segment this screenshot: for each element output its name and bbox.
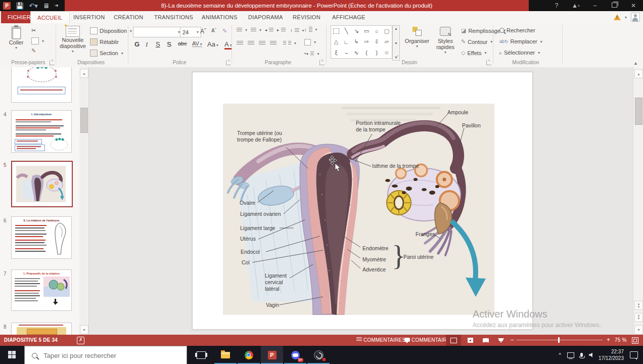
action-center-icon[interactable] bbox=[630, 351, 638, 358]
paragraph-dialog-launcher[interactable] bbox=[319, 60, 325, 65]
slide-area-scrollbar[interactable]: ▲ ▲▲ ▼▼ ▼ bbox=[633, 67, 643, 335]
thumbnail-panel-scrollbar[interactable]: ▲ ▼ bbox=[79, 67, 88, 335]
clock[interactable]: 22:37 17/12/2023 bbox=[599, 348, 624, 361]
justify-button[interactable] bbox=[270, 41, 277, 46]
thumbnail-slide-6[interactable]: II. La nidation de l'embryon bbox=[11, 216, 72, 259]
start-button[interactable] bbox=[0, 346, 22, 364]
thumbnail-scroll-up-button[interactable]: ▲ bbox=[80, 69, 88, 78]
paste-button[interactable]: Coller ▾ bbox=[5, 26, 27, 50]
bold-button[interactable]: G bbox=[134, 40, 140, 48]
slide-sorter-view-button[interactable] bbox=[463, 335, 478, 346]
powerpoint-taskbar-icon[interactable]: P bbox=[261, 346, 283, 364]
shape-effects-button[interactable]: ◇Effets bbox=[461, 50, 486, 56]
align-text-button[interactable] bbox=[304, 39, 316, 46]
font-color-button[interactable]: A bbox=[224, 40, 232, 50]
bullets-button[interactable] bbox=[237, 28, 247, 32]
restore-button[interactable] bbox=[605, 2, 624, 9]
layout-button[interactable]: Disposition bbox=[90, 27, 132, 34]
numbering-button[interactable] bbox=[251, 28, 261, 32]
tab-creation[interactable]: CRÉATION bbox=[107, 11, 150, 23]
decrease-indent-button[interactable]: ◂ bbox=[265, 28, 273, 32]
notes-button[interactable]: COMMENTAIRES bbox=[356, 337, 405, 343]
start-slideshow-icon[interactable]: 🖥 bbox=[43, 3, 50, 9]
thumbnail-slide-3[interactable] bbox=[11, 67, 72, 103]
character-spacing-button[interactable]: AV bbox=[192, 40, 202, 47]
format-painter-button[interactable]: ✎ bbox=[31, 48, 36, 54]
tray-expand-icon[interactable]: ^ bbox=[559, 352, 561, 358]
font-name-combobox[interactable]: ▾ bbox=[133, 27, 182, 37]
tab-transitions[interactable]: TRANSITIONS bbox=[148, 11, 200, 23]
task-view-button[interactable] bbox=[190, 346, 212, 364]
customize-quick-access-icon[interactable]: ▫▾ bbox=[55, 4, 59, 8]
thumbnail-slide-8[interactable] bbox=[11, 323, 72, 335]
clear-formatting-button[interactable]: ✎ bbox=[222, 28, 227, 34]
text-shadow-button[interactable]: S bbox=[167, 40, 171, 48]
zoom-out-button[interactable]: – bbox=[511, 336, 514, 343]
warning-dropdown-icon[interactable]: ▾ bbox=[625, 15, 627, 20]
scroll-up-button[interactable]: ▲ bbox=[634, 69, 643, 78]
discord-icon[interactable]: 9+ bbox=[284, 346, 306, 364]
quick-styles-button[interactable]: Styles rapides ▾ bbox=[433, 27, 458, 55]
arrange-button[interactable]: Organiser ▾ bbox=[403, 27, 431, 49]
close-button[interactable]: ✕ bbox=[624, 2, 643, 9]
normal-view-button[interactable] bbox=[446, 335, 461, 346]
decrease-font-button[interactable]: Aˇ bbox=[211, 28, 216, 33]
help-button[interactable]: ? bbox=[547, 2, 566, 9]
tab-insertion[interactable]: INSERTION bbox=[67, 11, 111, 23]
scroll-down-button[interactable]: ▼ bbox=[634, 325, 643, 334]
tab-revision[interactable]: RÉVISION bbox=[286, 11, 327, 23]
font-dialog-launcher[interactable] bbox=[226, 60, 231, 65]
underline-button[interactable]: S bbox=[156, 40, 160, 48]
chrome-icon[interactable] bbox=[238, 346, 260, 364]
file-explorer-icon[interactable] bbox=[214, 346, 237, 364]
align-right-button[interactable] bbox=[259, 41, 265, 46]
zoom-slider-track[interactable] bbox=[517, 340, 603, 340]
copy-button[interactable] bbox=[31, 37, 44, 44]
drawing-dialog-launcher[interactable] bbox=[486, 60, 491, 65]
save-icon[interactable]: 💾 bbox=[16, 3, 24, 9]
line-spacing-button[interactable]: ↕ bbox=[290, 28, 304, 33]
collapse-ribbon-button[interactable]: ▲ bbox=[633, 61, 638, 66]
section-button[interactable]: Section bbox=[90, 50, 123, 57]
current-slide[interactable]: } Trompe utérine (ou trompe de Fallope) … bbox=[192, 72, 533, 330]
shape-outline-button[interactable]: ✎Contour bbox=[461, 38, 492, 45]
reading-view-button[interactable] bbox=[478, 335, 493, 346]
fit-slide-to-window-button[interactable] bbox=[632, 337, 638, 344]
new-slide-button[interactable]: Nouvelle diapositive ▾ bbox=[59, 26, 87, 54]
text-direction-button[interactable]: ↕ bbox=[304, 27, 317, 32]
thumbnail-slide-4[interactable]: I. Introduction bbox=[11, 110, 72, 153]
tab-accueil[interactable]: ACCUEIL bbox=[30, 11, 70, 24]
zoom-level[interactable]: 75 % bbox=[615, 337, 627, 343]
zoom-in-button[interactable]: + bbox=[607, 336, 610, 343]
shape-fill-button[interactable]: ◪Remplissage bbox=[461, 27, 506, 34]
obs-icon[interactable] bbox=[307, 346, 330, 364]
warning-icon[interactable] bbox=[614, 14, 621, 20]
increase-indent-button[interactable]: ▸ bbox=[277, 28, 286, 32]
italic-button[interactable]: I bbox=[146, 40, 148, 49]
select-button[interactable]: ▹Sélectionner bbox=[499, 50, 540, 56]
thumbnail-slide-7[interactable]: 1. Préparatifs de la nidation bbox=[11, 269, 72, 311]
zoom-slider-thumb[interactable] bbox=[558, 337, 560, 343]
replace-button[interactable]: ab↻Remplacer bbox=[499, 38, 542, 44]
align-center-button[interactable] bbox=[248, 41, 254, 46]
user-account-icon[interactable] bbox=[631, 13, 640, 22]
change-case-button[interactable]: Aa bbox=[207, 40, 218, 48]
shapes-gallery-scroll[interactable]: ▲▼▼̅ bbox=[392, 25, 400, 61]
align-left-button[interactable] bbox=[237, 41, 243, 46]
microphone-icon[interactable] bbox=[580, 353, 583, 357]
spell-check-icon[interactable] bbox=[77, 337, 84, 344]
thumbnail-scroll-down-button[interactable]: ▼ bbox=[80, 325, 88, 334]
thumbnail-slide-5-selected[interactable] bbox=[11, 161, 73, 207]
tab-affichage[interactable]: AFFICHAGE bbox=[326, 11, 372, 23]
columns-button[interactable] bbox=[283, 41, 296, 46]
tab-diaporama[interactable]: DIAPORAMA bbox=[242, 11, 290, 23]
taskbar-search[interactable] bbox=[24, 346, 187, 364]
shapes-gallery[interactable]: ╲↘▭○▢ △∟↳⇨⇩▱ ξ⌣∿()☆ bbox=[331, 25, 392, 59]
undo-icon[interactable]: ↶▾ bbox=[29, 3, 37, 9]
find-button[interactable]: Rechercher bbox=[499, 27, 535, 33]
font-size-combobox[interactable]: 24▾ bbox=[180, 27, 201, 37]
thumbnail-scrollbar-thumb[interactable] bbox=[80, 108, 88, 133]
volume-icon[interactable] bbox=[589, 353, 592, 357]
clipboard-dialog-launcher[interactable] bbox=[50, 60, 55, 65]
next-slide-button[interactable]: ▼▼ bbox=[634, 313, 643, 322]
